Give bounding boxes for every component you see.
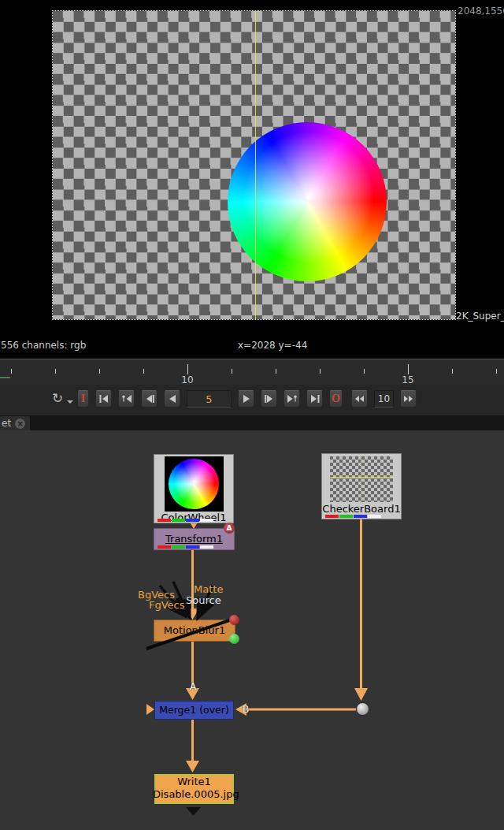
merge-input-a-label: A	[190, 681, 196, 692]
step-back-icon	[144, 395, 155, 403]
ruler-tick	[55, 369, 56, 374]
next-keyframe-button[interactable]	[284, 390, 300, 408]
channel-bars	[158, 519, 213, 522]
status-channels-label: 556 channels: rgb	[1, 340, 86, 351]
node-label: Merge1 (over)	[159, 704, 229, 716]
next-keyframe-icon	[287, 395, 298, 403]
play-forward-button[interactable]	[238, 390, 254, 408]
ruler-tick	[364, 369, 365, 374]
ruler-tick	[452, 369, 453, 374]
thumb-vline	[361, 456, 361, 502]
node-label: Write1	[156, 776, 232, 788]
colorwheel-image	[228, 122, 387, 281]
node-transform1[interactable]: Transform1	[154, 528, 235, 550]
ruler-label-15: 15	[402, 374, 413, 385]
ruler-tick-major	[408, 364, 409, 374]
node-motionblur1[interactable]: MotionBlur1	[154, 620, 235, 642]
node-checkerboard1[interactable]: CheckerBoard1	[321, 453, 402, 519]
node-write1[interactable]: Write1 Disable.0005.jpg	[154, 774, 234, 804]
goto-start-button[interactable]	[95, 390, 112, 408]
input-label-matte: Matte	[194, 583, 223, 595]
transform-error-badge: A	[224, 523, 235, 534]
loop-icon: ↻	[52, 390, 63, 406]
motionblur-error-dot	[229, 615, 239, 625]
write-filename: Disable.0005.jpg	[153, 788, 232, 801]
viewer-status-bar: 556 channels: rgb x=2028 y=-44	[0, 340, 504, 354]
play-forward-icon	[241, 395, 252, 403]
node-graph-panel[interactable]: ColorWheel1 CheckerBoard1 Transform1 A B…	[0, 430, 504, 830]
step-forward-icon	[264, 395, 275, 403]
goto-end-button[interactable]	[306, 390, 323, 408]
status-cursor-coords: x=2028 y=-44	[238, 340, 307, 351]
input-label-fgvecs: FgVecs	[149, 599, 185, 611]
fast-forward-icon	[403, 396, 413, 402]
node-colorwheel1[interactable]: ColorWheel1	[154, 454, 234, 523]
channel-bars	[325, 515, 381, 518]
input-label-source: Source	[186, 594, 221, 606]
viewer-format-label: 2K_Super_	[456, 311, 504, 322]
step-forward-button[interactable]	[261, 390, 277, 408]
out-point-label: O	[332, 393, 340, 404]
merge-input-b-label: B	[243, 704, 249, 715]
cached-range-bar	[0, 377, 10, 378]
prev-keyframe-icon	[121, 395, 132, 403]
set-out-point-button[interactable]: O	[329, 390, 343, 408]
thumb-scanline	[330, 477, 393, 478]
in-point-label: I	[81, 393, 85, 404]
goto-end-icon	[309, 395, 321, 403]
timeline-ruler[interactable]: 10 15	[0, 359, 504, 385]
ruler-tick	[143, 369, 144, 374]
rewind-icon	[354, 396, 365, 402]
step-back-button[interactable]	[141, 390, 158, 408]
ruler-tick	[276, 369, 276, 374]
ruler-tick-major	[187, 364, 188, 374]
transport-bar: ↻ I 5 O	[0, 385, 504, 415]
node-label: CheckerBoard1	[322, 503, 401, 515]
ruler-tick	[11, 369, 12, 374]
fps-increase-button[interactable]	[400, 390, 417, 408]
goto-start-icon	[98, 395, 109, 403]
playback-mode-button[interactable]: ↻	[52, 390, 72, 408]
fps-field[interactable]: 10	[374, 390, 394, 408]
ruler-tick	[496, 369, 497, 374]
play-backward-button[interactable]	[164, 390, 180, 408]
viewer-resolution-label: 2048,1556	[458, 6, 504, 17]
checkerboard-thumbnail	[330, 456, 393, 502]
colorwheel-thumbnail	[165, 456, 224, 512]
prev-keyframe-button[interactable]	[118, 390, 135, 408]
motionblur-expression-dot	[229, 634, 239, 644]
tab-close-icon[interactable]: ×	[15, 419, 25, 429]
ruler-tick	[232, 369, 232, 374]
panel-tab-bar: et ×	[0, 415, 504, 430]
ruler-tick	[320, 369, 321, 374]
viewer-scanline	[255, 11, 256, 319]
viewer-image-area[interactable]	[53, 11, 455, 319]
viewer-panel: 2048,1556 2K_Super_ 556 channels: rgb x=…	[0, 0, 504, 359]
colorwheel-thumb-image	[169, 459, 219, 509]
dropdown-caret-icon	[67, 400, 73, 407]
channel-bars	[158, 545, 213, 549]
node-merge1[interactable]: Merge1 (over)	[154, 701, 234, 720]
connection-elbow-dot[interactable]	[356, 702, 369, 716]
set-in-point-button[interactable]: I	[77, 390, 89, 408]
ruler-label-10: 10	[181, 374, 193, 385]
node-connections	[0, 430, 504, 830]
tab-label: et	[2, 418, 11, 429]
ruler-tick	[99, 369, 100, 374]
fps-decrease-button[interactable]	[351, 390, 368, 408]
play-backward-icon	[167, 395, 178, 403]
current-frame-field[interactable]: 5	[187, 390, 232, 408]
node-graph-tab[interactable]: et ×	[0, 416, 30, 430]
node-label: Transform1	[165, 533, 223, 545]
node-label: MotionBlur1	[164, 624, 225, 636]
